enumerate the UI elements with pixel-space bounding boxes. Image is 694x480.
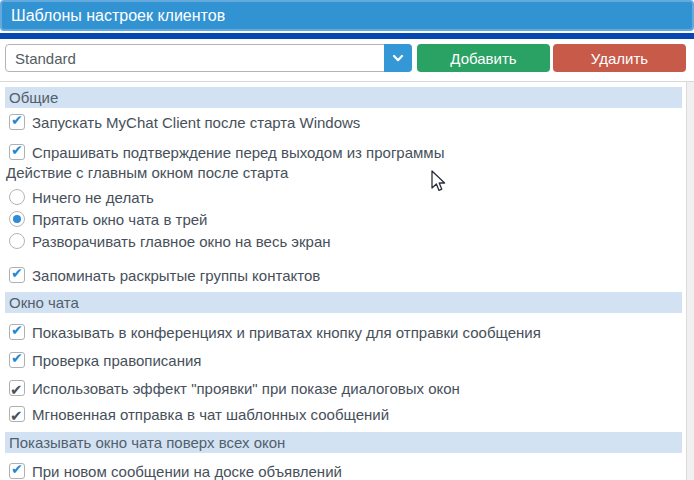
client-settings-templates-window: Шаблоны настроек клиентов Standard Добав… — [0, 0, 694, 480]
checkbox-row-instant-templates[interactable]: ✔ Мгновенная отправка в чат шаблонных со… — [9, 405, 685, 423]
section-title: Общие — [9, 89, 58, 106]
settings-list: Общие ✔ Запускать MyChat Client после ст… — [0, 82, 685, 480]
radio-label: Разворачивать главное окно на весь экран — [32, 233, 331, 250]
template-dropdown[interactable]: Standard — [5, 44, 412, 72]
checkbox-row-spellcheck[interactable]: ✔ Проверка правописания — [9, 351, 685, 369]
checkbox-label: Спрашивать подтверждение перед выходом и… — [32, 144, 444, 161]
checkbox-checked-icon[interactable]: ✔ — [9, 463, 25, 479]
radio-unchecked-icon[interactable] — [9, 233, 25, 249]
checkbox-label: Использовать эффект "проявки" при показе… — [32, 380, 460, 397]
checkbox-row-confirm-exit[interactable]: ✔ Спрашивать подтверждение перед выходом… — [9, 143, 685, 161]
checkbox-checked-icon[interactable]: ✔ — [9, 324, 25, 340]
section-title: Окно чата — [9, 294, 79, 311]
window-titlebar: Шаблоны настроек клиентов — [0, 0, 694, 31]
window-title: Шаблоны настроек клиентов — [11, 7, 225, 25]
main-window-action-label: Действие с главным окном после старта — [6, 164, 685, 181]
radio-checked-icon[interactable] — [9, 211, 25, 227]
vertical-scrollbar[interactable] — [686, 82, 694, 480]
checkbox-label: Запоминать раскрытые группы контактов — [32, 267, 320, 284]
checkbox-row-remember-groups[interactable]: ✔ Запоминать раскрытые группы контактов — [9, 266, 685, 284]
chevron-down-icon[interactable] — [384, 44, 412, 72]
checkbox-unchecked-icon[interactable]: ✔ — [9, 380, 25, 396]
radio-unchecked-icon[interactable] — [9, 189, 25, 205]
checkbox-unchecked-icon[interactable]: ✔ — [9, 406, 25, 422]
checkbox-row-board-message[interactable]: ✔ При новом сообщении на доске объявлени… — [9, 462, 685, 480]
section-title: Показывать окно чата поверх всех окон — [9, 434, 285, 451]
checkbox-row-autostart[interactable]: ✔ Запускать MyChat Client после старта W… — [9, 113, 685, 131]
section-header-always-on-top: Показывать окно чата поверх всех окон — [5, 432, 682, 453]
checkbox-checked-icon[interactable]: ✔ — [9, 114, 25, 130]
checkbox-label: Показывать в конференциях и приватах кно… — [32, 324, 541, 341]
checkbox-label: Мгновенная отправка в чат шаблонных сооб… — [32, 406, 389, 423]
checkbox-checked-icon[interactable]: ✔ — [9, 144, 25, 160]
radio-label: Прятать окно чата в трей — [32, 211, 207, 228]
checkbox-checked-icon[interactable]: ✔ — [9, 267, 25, 283]
checkbox-label: Запускать MyChat Client после старта Win… — [32, 114, 360, 131]
radio-label: Ничего не делать — [32, 189, 154, 206]
section-header-chat-window: Окно чата — [5, 292, 682, 313]
delete-button[interactable]: Удалить — [553, 44, 686, 72]
template-dropdown-value: Standard — [6, 50, 385, 67]
checkbox-checked-icon[interactable]: ✔ — [9, 352, 25, 368]
checkbox-label: При новом сообщении на доске объявлений — [32, 463, 342, 480]
toolbar: Standard Добавить Удалить — [0, 39, 694, 81]
checkbox-row-send-button[interactable]: ✔ Показывать в конференциях и приватах к… — [9, 323, 685, 341]
radio-row-do-nothing[interactable]: Ничего не делать — [9, 188, 685, 206]
checkbox-label: Проверка правописания — [32, 352, 201, 369]
radio-row-hide-to-tray[interactable]: Прятать окно чата в трей — [9, 210, 685, 228]
add-button[interactable]: Добавить — [417, 44, 550, 72]
section-header-general: Общие — [5, 87, 682, 108]
radio-row-maximize[interactable]: Разворачивать главное окно на весь экран — [9, 232, 685, 250]
checkbox-row-fade-effect[interactable]: ✔ Использовать эффект "проявки" при пока… — [9, 379, 685, 397]
